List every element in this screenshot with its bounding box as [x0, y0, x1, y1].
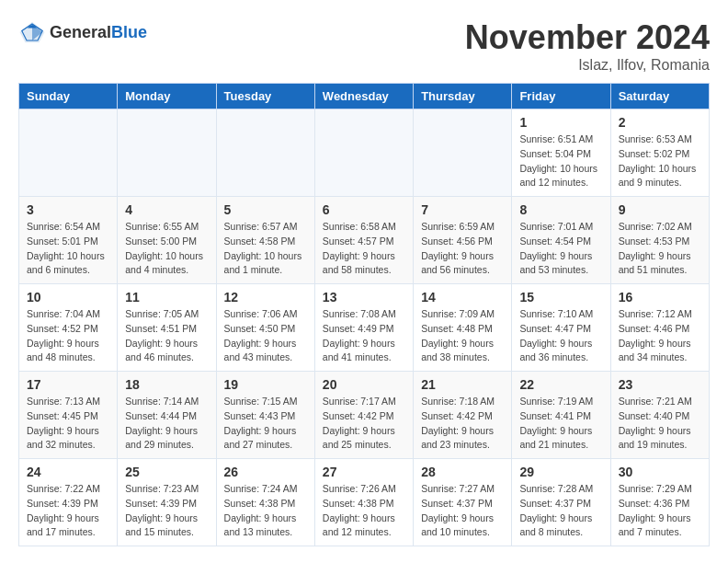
day-info: Sunrise: 7:27 AMSunset: 4:37 PMDaylight:…: [421, 482, 504, 540]
calendar-cell: 2Sunrise: 6:53 AMSunset: 5:02 PMDaylight…: [610, 109, 709, 197]
calendar-cell: 27Sunrise: 7:26 AMSunset: 4:38 PMDayligh…: [314, 459, 413, 546]
calendar-cell: 24Sunrise: 7:22 AMSunset: 4:39 PMDayligh…: [19, 459, 118, 546]
calendar-cell: 7Sunrise: 6:59 AMSunset: 4:56 PMDaylight…: [414, 197, 512, 284]
day-number: 13: [323, 290, 405, 304]
day-info: Sunrise: 7:01 AMSunset: 4:54 PMDaylight:…: [519, 220, 602, 278]
day-number: 1: [519, 115, 602, 130]
day-number: 21: [421, 377, 504, 392]
day-number: 27: [323, 465, 405, 479]
calendar-cell: 15Sunrise: 7:10 AMSunset: 4:47 PMDayligh…: [512, 284, 610, 372]
weekday-header-thursday: Thursday: [414, 84, 512, 109]
calendar-table: SundayMondayTuesdayWednesdayThursdayFrid…: [18, 83, 710, 546]
weekday-header-tuesday: Tuesday: [216, 84, 314, 109]
calendar-cell: [216, 109, 314, 197]
day-info: Sunrise: 7:19 AMSunset: 4:41 PMDaylight:…: [519, 395, 602, 453]
day-info: Sunrise: 7:13 AMSunset: 4:45 PMDaylight:…: [27, 395, 109, 453]
day-number: 23: [619, 377, 701, 392]
day-info: Sunrise: 6:58 AMSunset: 4:57 PMDaylight:…: [323, 220, 405, 278]
day-number: 28: [421, 465, 504, 479]
logo-icon: [18, 18, 46, 46]
day-info: Sunrise: 7:22 AMSunset: 4:39 PMDaylight:…: [27, 482, 109, 540]
day-number: 15: [519, 290, 602, 304]
day-info: Sunrise: 7:18 AMSunset: 4:42 PMDaylight:…: [421, 395, 504, 453]
calendar-cell: 22Sunrise: 7:19 AMSunset: 4:41 PMDayligh…: [512, 372, 610, 459]
day-number: 2: [619, 115, 701, 130]
title-block: November 2024 Islaz, Ilfov, Romania: [465, 18, 710, 74]
day-info: Sunrise: 6:59 AMSunset: 4:56 PMDaylight:…: [421, 220, 504, 278]
day-info: Sunrise: 7:17 AMSunset: 4:42 PMDaylight:…: [323, 395, 405, 453]
day-number: 26: [224, 465, 307, 479]
day-info: Sunrise: 7:26 AMSunset: 4:38 PMDaylight:…: [323, 482, 405, 540]
calendar-cell: 23Sunrise: 7:21 AMSunset: 4:40 PMDayligh…: [610, 372, 709, 459]
logo: GeneralBlue: [18, 18, 147, 46]
day-number: 18: [125, 377, 208, 392]
day-number: 14: [421, 290, 504, 304]
calendar-cell: 29Sunrise: 7:28 AMSunset: 4:37 PMDayligh…: [512, 459, 610, 546]
logo-blue: Blue: [111, 23, 147, 41]
calendar-week-row: 24Sunrise: 7:22 AMSunset: 4:39 PMDayligh…: [19, 459, 710, 546]
day-number: 30: [619, 465, 701, 479]
calendar-cell: 5Sunrise: 6:57 AMSunset: 4:58 PMDaylight…: [216, 197, 314, 284]
day-number: 24: [27, 465, 109, 479]
logo-general: General: [50, 23, 111, 41]
calendar-cell: 3Sunrise: 6:54 AMSunset: 5:01 PMDaylight…: [19, 197, 118, 284]
day-number: 9: [619, 202, 701, 217]
day-info: Sunrise: 6:57 AMSunset: 4:58 PMDaylight:…: [224, 220, 307, 278]
calendar-cell: 8Sunrise: 7:01 AMSunset: 4:54 PMDaylight…: [512, 197, 610, 284]
calendar-cell: [19, 109, 118, 197]
calendar-cell: 1Sunrise: 6:51 AMSunset: 5:04 PMDaylight…: [512, 109, 610, 197]
day-info: Sunrise: 7:06 AMSunset: 4:50 PMDaylight:…: [224, 307, 307, 365]
weekday-header-row: SundayMondayTuesdayWednesdayThursdayFrid…: [19, 84, 710, 109]
calendar-week-row: 17Sunrise: 7:13 AMSunset: 4:45 PMDayligh…: [19, 372, 710, 459]
calendar-cell: 20Sunrise: 7:17 AMSunset: 4:42 PMDayligh…: [314, 372, 413, 459]
calendar-cell: [414, 109, 512, 197]
calendar-cell: 30Sunrise: 7:29 AMSunset: 4:36 PMDayligh…: [610, 459, 709, 546]
day-info: Sunrise: 7:12 AMSunset: 4:46 PMDaylight:…: [619, 307, 701, 365]
calendar-week-row: 10Sunrise: 7:04 AMSunset: 4:52 PMDayligh…: [19, 284, 710, 372]
weekday-header-monday: Monday: [118, 84, 216, 109]
day-info: Sunrise: 7:24 AMSunset: 4:38 PMDaylight:…: [224, 482, 307, 540]
day-info: Sunrise: 7:23 AMSunset: 4:39 PMDaylight:…: [125, 482, 208, 540]
day-info: Sunrise: 6:55 AMSunset: 5:00 PMDaylight:…: [125, 220, 208, 278]
day-info: Sunrise: 7:14 AMSunset: 4:44 PMDaylight:…: [125, 395, 208, 453]
calendar-cell: 16Sunrise: 7:12 AMSunset: 4:46 PMDayligh…: [610, 284, 709, 372]
day-number: 12: [224, 290, 307, 304]
day-info: Sunrise: 7:09 AMSunset: 4:48 PMDaylight:…: [421, 307, 504, 365]
calendar-cell: 13Sunrise: 7:08 AMSunset: 4:49 PMDayligh…: [314, 284, 413, 372]
day-number: 29: [519, 465, 602, 479]
location-subtitle: Islaz, Ilfov, Romania: [465, 57, 710, 74]
calendar-week-row: 3Sunrise: 6:54 AMSunset: 5:01 PMDaylight…: [19, 197, 710, 284]
calendar-cell: [314, 109, 413, 197]
day-number: 3: [27, 202, 109, 217]
day-number: 6: [323, 202, 405, 217]
calendar-cell: 14Sunrise: 7:09 AMSunset: 4:48 PMDayligh…: [414, 284, 512, 372]
calendar-cell: [118, 109, 216, 197]
calendar-cell: 11Sunrise: 7:05 AMSunset: 4:51 PMDayligh…: [118, 284, 216, 372]
day-number: 4: [125, 202, 208, 217]
calendar-cell: 9Sunrise: 7:02 AMSunset: 4:53 PMDaylight…: [610, 197, 709, 284]
day-number: 16: [619, 290, 701, 304]
calendar-cell: 4Sunrise: 6:55 AMSunset: 5:00 PMDaylight…: [118, 197, 216, 284]
day-number: 10: [27, 290, 109, 304]
calendar-cell: 19Sunrise: 7:15 AMSunset: 4:43 PMDayligh…: [216, 372, 314, 459]
calendar-cell: 6Sunrise: 6:58 AMSunset: 4:57 PMDaylight…: [314, 197, 413, 284]
calendar-cell: 26Sunrise: 7:24 AMSunset: 4:38 PMDayligh…: [216, 459, 314, 546]
page-header: GeneralBlue November 2024 Islaz, Ilfov, …: [18, 18, 710, 74]
calendar-cell: 17Sunrise: 7:13 AMSunset: 4:45 PMDayligh…: [19, 372, 118, 459]
month-title: November 2024: [465, 18, 710, 57]
day-number: 5: [224, 202, 307, 217]
day-info: Sunrise: 6:51 AMSunset: 5:04 PMDaylight:…: [519, 132, 602, 190]
day-info: Sunrise: 7:21 AMSunset: 4:40 PMDaylight:…: [619, 395, 701, 453]
day-number: 7: [421, 202, 504, 217]
day-info: Sunrise: 7:05 AMSunset: 4:51 PMDaylight:…: [125, 307, 208, 365]
calendar-cell: 18Sunrise: 7:14 AMSunset: 4:44 PMDayligh…: [118, 372, 216, 459]
weekday-header-wednesday: Wednesday: [314, 84, 413, 109]
calendar-cell: 28Sunrise: 7:27 AMSunset: 4:37 PMDayligh…: [414, 459, 512, 546]
calendar-cell: 25Sunrise: 7:23 AMSunset: 4:39 PMDayligh…: [118, 459, 216, 546]
weekday-header-sunday: Sunday: [19, 84, 118, 109]
calendar-cell: 10Sunrise: 7:04 AMSunset: 4:52 PMDayligh…: [19, 284, 118, 372]
day-info: Sunrise: 6:54 AMSunset: 5:01 PMDaylight:…: [27, 220, 109, 278]
weekday-header-friday: Friday: [512, 84, 610, 109]
day-info: Sunrise: 7:02 AMSunset: 4:53 PMDaylight:…: [619, 220, 701, 278]
day-info: Sunrise: 7:28 AMSunset: 4:37 PMDaylight:…: [519, 482, 602, 540]
